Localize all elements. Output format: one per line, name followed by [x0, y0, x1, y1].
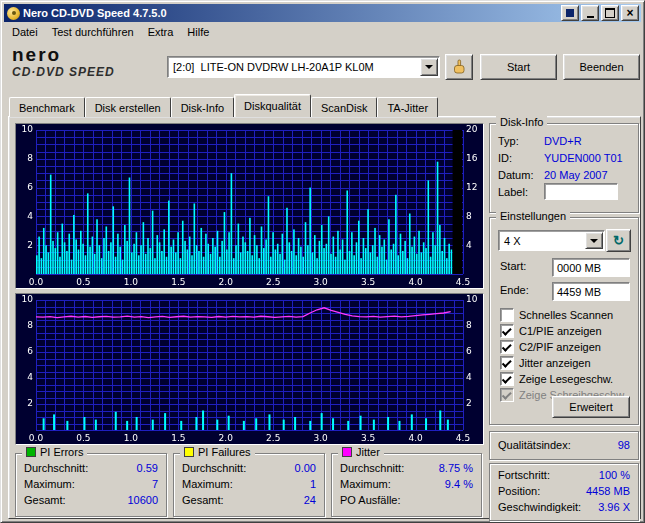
typ-label: Typ:	[498, 135, 544, 147]
minimize-button[interactable]	[581, 5, 599, 21]
speed-select-value: 4 X	[504, 235, 521, 247]
titlebar-extra-button[interactable]	[561, 5, 579, 21]
checkbox-box	[500, 308, 514, 322]
maximum-value: 1	[310, 478, 316, 490]
menubar: Datei Test durchführen Extra Hilfe	[4, 22, 641, 41]
minimize-icon	[587, 16, 594, 18]
stat-row: Maximum:9.4 %	[332, 476, 481, 492]
menu-item-datei[interactable]: Datei	[5, 24, 45, 40]
titlebar-buttons: ×	[561, 5, 639, 21]
ende-field[interactable]: 4459 MB	[552, 282, 630, 301]
durchschnitt-label: Durchschnitt:	[24, 462, 88, 474]
gesamt-label: Gesamt:	[24, 494, 66, 506]
maximize-button[interactable]	[601, 5, 619, 21]
maximum-label: Maximum:	[182, 478, 233, 490]
tab-disk-info[interactable]: Disk-Info	[171, 97, 234, 117]
checkbox-box	[500, 340, 514, 354]
close-button[interactable]: ×	[621, 5, 639, 21]
tab-scandisk[interactable]: ScanDisk	[311, 97, 377, 117]
hand-button[interactable]	[445, 54, 473, 80]
check-icon	[501, 325, 511, 335]
menu-item-hilfe[interactable]: Hilfe	[180, 24, 216, 40]
disk-info-row-id: ID: YUDEN000 T01	[490, 149, 638, 166]
drive-select-value: [2:0] LITE-ON DVDRW LH-20A1P KL0M	[173, 61, 374, 73]
label-field[interactable]	[544, 183, 618, 200]
durchschnitt-label: Durchschnitt:	[182, 462, 246, 474]
refresh-button[interactable]: ↻	[606, 229, 631, 252]
start-field[interactable]: 0000 MB	[552, 258, 630, 277]
pi-failures-swatch	[184, 447, 194, 457]
jitter-swatch	[342, 447, 352, 457]
checkbox-jitter-anzeigen[interactable]: Jitter anzeigen	[500, 356, 591, 370]
header: nero CD·DVD SPEED [2:0] LITE-ON DVDRW LH…	[4, 41, 641, 91]
speed-select-arrow-button[interactable]	[585, 232, 603, 249]
stat-row: Durchschnitt:0.59	[16, 460, 166, 476]
disk-info-row-typ: Typ: DVD+R	[490, 132, 638, 149]
id-value: YUDEN000 T01	[544, 152, 623, 164]
po-ausfaelle-label: PO Ausfälle:	[340, 494, 401, 506]
tabstrip: Benchmark Disk erstellen Disk-Info Diskq…	[9, 95, 438, 117]
pi-failures-title: PI Failures	[198, 446, 251, 458]
progress-row: Fortschritt: 100 %	[490, 467, 638, 483]
pi-failures-stats-group: PI Failures Durchschnitt:0.00 Maximum:1 …	[173, 453, 325, 517]
disk-info-row-label: Label:	[490, 183, 638, 200]
pi-errors-stats-group: PI Errors Durchschnitt:0.59 Maximum:7 Ge…	[15, 453, 167, 517]
checkbox-zeige-lesegeschw[interactable]: Zeige Lesegeschw.	[500, 372, 613, 386]
maximize-icon	[605, 8, 615, 18]
checkbox-schnelles-scannen[interactable]: Schnelles Scannen	[500, 308, 613, 322]
checkbox-c1-pie-anzeigen[interactable]: C1/PIE anzeigen	[500, 324, 602, 338]
titlebar[interactable]: Nero CD-DVD Speed 4.7.5.0 ×	[4, 4, 641, 22]
check-icon	[501, 357, 511, 367]
checkbox-c2-pif-anzeigen[interactable]: C2/PIF anzeigen	[500, 340, 601, 354]
typ-value: DVD+R	[544, 135, 582, 147]
start-button[interactable]: Start	[480, 54, 557, 80]
geschwindigkeit-value: 3.96 X	[598, 501, 630, 513]
erweitert-button[interactable]: Erweitert	[552, 396, 630, 418]
quality-index-value: 98	[618, 439, 630, 451]
checkbox-box	[500, 372, 514, 386]
datum-label: Datum:	[498, 169, 544, 181]
checkbox-label: C2/PIF anzeigen	[519, 341, 601, 353]
durchschnitt-label: Durchschnitt:	[340, 462, 404, 474]
checkbox-label: C1/PIE anzeigen	[519, 325, 602, 337]
jitter-legend: Jitter	[338, 446, 384, 458]
stat-row: Maximum:7	[16, 476, 166, 492]
window-title: Nero CD-DVD Speed 4.7.5.0	[23, 7, 561, 19]
maximum-value: 9.4 %	[445, 478, 473, 490]
pi-errors-title: PI Errors	[40, 446, 83, 458]
durchschnitt-value: 8.75 %	[439, 462, 473, 474]
id-label: ID:	[498, 152, 544, 164]
menu-item-test-durchfuehren[interactable]: Test durchführen	[45, 24, 141, 40]
tab-disk-erstellen[interactable]: Disk erstellen	[85, 97, 171, 117]
pif-jitter-chart-canvas	[15, 293, 484, 445]
maximum-label: Maximum:	[24, 478, 75, 490]
stat-row: Durchschnitt:0.00	[174, 460, 324, 476]
tab-benchmark[interactable]: Benchmark	[9, 97, 85, 117]
label-label: Label:	[498, 186, 544, 198]
fortschritt-label: Fortschritt:	[498, 469, 550, 481]
checkbox-box	[500, 356, 514, 370]
close-icon: ×	[626, 8, 633, 18]
maximum-value: 7	[152, 478, 158, 490]
checkbox-label: Jitter anzeigen	[519, 357, 591, 369]
pi-failures-legend: PI Failures	[180, 446, 255, 458]
tab-ta-jitter[interactable]: TA-Jitter	[377, 97, 438, 117]
disk-info-title: Disk-Info	[496, 116, 547, 128]
drive-select-arrow-button[interactable]	[420, 58, 438, 76]
ende-label: Ende:	[500, 284, 529, 296]
geschwindigkeit-label: Geschwindigkeit:	[498, 501, 581, 513]
beenden-button[interactable]: Beenden	[563, 54, 640, 80]
jitter-title: Jitter	[356, 446, 380, 458]
settings-title: Einstellungen	[496, 210, 570, 222]
gesamt-value: 24	[304, 494, 316, 506]
durchschnitt-value: 0.59	[137, 462, 158, 474]
maximum-label: Maximum:	[340, 478, 391, 490]
menu-item-extra[interactable]: Extra	[141, 24, 181, 40]
jitter-stats-group: Jitter Durchschnitt:8.75 % Maximum:9.4 %…	[331, 453, 482, 517]
durchschnitt-value: 0.00	[295, 462, 316, 474]
position-value: 4458 MB	[586, 485, 630, 497]
tab-diskqualitaet[interactable]: Diskqualität	[234, 94, 311, 117]
stat-row: PO Ausfälle:	[332, 492, 481, 508]
speed-select[interactable]: 4 X	[498, 230, 605, 251]
drive-select[interactable]: [2:0] LITE-ON DVDRW LH-20A1P KL0M	[167, 56, 440, 78]
